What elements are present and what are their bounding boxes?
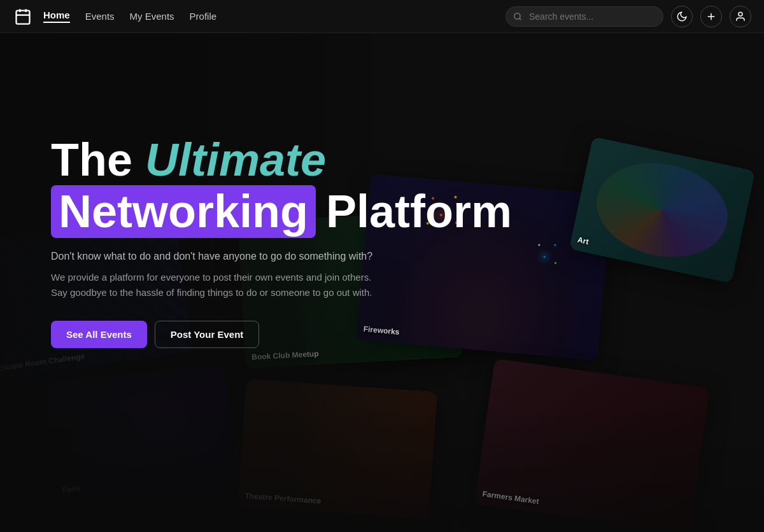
hero-gradient-bottom — [0, 405, 764, 532]
nav-link-profile[interactable]: Profile — [190, 11, 217, 22]
search-icon — [513, 12, 522, 21]
logo — [13, 6, 33, 27]
svg-point-4 — [514, 13, 520, 18]
nav-right — [506, 6, 751, 27]
nav-link-home[interactable]: Home — [43, 10, 70, 23]
search-container — [506, 6, 663, 27]
navbar: Home Events My Events Profile — [0, 0, 764, 33]
nav-links: Home Events My Events Profile — [43, 10, 506, 23]
user-profile-button[interactable] — [730, 6, 751, 27]
svg-rect-0 — [17, 10, 30, 24]
svg-point-8 — [739, 12, 742, 16]
hero-content: The Ultimate Networking Platform Don't k… — [51, 33, 497, 348]
search-input[interactable] — [506, 6, 663, 27]
moon-icon — [676, 11, 688, 22]
dark-mode-button[interactable] — [671, 6, 693, 27]
hero-buttons: See All Events Post Your Event — [51, 321, 497, 348]
see-all-events-button[interactable]: See All Events — [51, 321, 147, 348]
hero-title-line1: The Ultimate — [51, 135, 497, 185]
hero-description: We provide a platform for everyone to po… — [51, 270, 407, 300]
hero-title: The Ultimate Networking Platform — [51, 135, 497, 238]
hero-subtitle: Don't know what to do and don't have any… — [51, 251, 497, 262]
svg-line-5 — [520, 18, 521, 20]
add-event-button[interactable] — [700, 6, 722, 27]
title-networking: Networking — [51, 185, 316, 238]
user-icon — [735, 11, 746, 22]
post-event-button[interactable]: Post Your Event — [155, 321, 259, 348]
plus-icon — [705, 11, 717, 22]
calendar-icon — [14, 8, 32, 25]
title-ultimate-text: Ultimate — [145, 134, 326, 185]
title-platform: Platform — [326, 186, 512, 237]
hero-section: Escape Room Challenge Paris Book Club Me… — [0, 0, 764, 532]
nav-link-events[interactable]: Events — [85, 11, 115, 22]
hero-title-line2: Networking Platform — [51, 185, 497, 238]
title-the: The — [51, 134, 132, 185]
nav-link-my-events[interactable]: My Events — [130, 11, 174, 22]
